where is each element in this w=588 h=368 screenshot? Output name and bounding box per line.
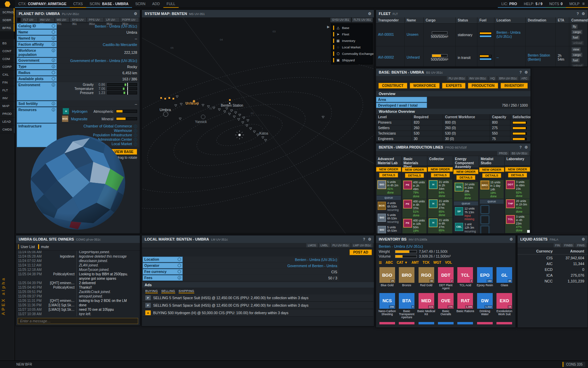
material-tile[interactable]: DDT 2 (438, 267, 454, 283)
post-ad-button[interactable]: POST AD (349, 249, 372, 255)
panel-tab[interactable]: LMP UV-351c (352, 243, 373, 247)
message-user[interactable]: [QHT] eminen… (47, 298, 77, 303)
ship-destination-link[interactable]: Benten Station (Benten) (526, 46, 556, 67)
command-button[interactable]: fly (571, 24, 578, 29)
command-button[interactable]: cargo (571, 52, 583, 57)
material-tile[interactable]: RGO 40 (419, 267, 434, 283)
panel-tab[interactable]: FIN (554, 243, 562, 247)
help-indicator[interactable]: HELP:5 / 9 (520, 0, 546, 8)
new-order-button[interactable]: NEW ORDER (479, 167, 504, 172)
scrollbar-thumb[interactable] (527, 230, 530, 233)
info-icon[interactable]: i (52, 102, 55, 105)
screen-selector[interactable]: SCRN: BASE - UMBRA (86, 0, 132, 8)
sidebar-item[interactable]: FIN (0, 78, 15, 86)
panel-tab[interactable]: LR UV-351c (104, 18, 119, 22)
message-user[interactable]: legosteve (47, 254, 77, 259)
resource-link[interactable]: Magnesite (71, 117, 87, 121)
user-list-button[interactable]: User List (18, 244, 35, 249)
message-user[interactable]: [LMAO] Sgt.Sk… (47, 303, 77, 307)
production-order[interactable]: SOL 24 units in 24m 29s 96% done (454, 182, 478, 201)
fleet-row[interactable]: AVI-00001 Unseen 500t/500m³ stationary B… (376, 24, 588, 46)
info-icon[interactable]: i (52, 49, 55, 52)
full-button[interactable]: FULL (163, 0, 179, 8)
panel-tab[interactable]: INV UV-351c (38, 18, 54, 22)
info-icon[interactable] (52, 24, 55, 28)
production-order[interactable]: queue (377, 196, 401, 200)
production-order[interactable]: queue (480, 199, 504, 204)
panel-tab[interactable]: MS UV-351 (55, 18, 69, 22)
command-button[interactable]: unload (571, 41, 584, 45)
material-tile[interactable]: SCN (419, 322, 434, 324)
message-user[interactable] (47, 294, 77, 298)
sidebar-item[interactable]: FLT (0, 86, 15, 94)
panel-tab[interactable]: PLI UV-351c (331, 243, 350, 247)
production-order[interactable]: queue (454, 201, 478, 206)
base-action-button[interactable]: EXPERTS (442, 83, 466, 89)
license-indicator[interactable]: LIC:PRO (498, 0, 520, 8)
material-tile[interactable]: OVE 274 (438, 293, 454, 309)
sidebar-item[interactable]: INV (0, 94, 15, 102)
production-order[interactable]: CBL 1 unit 12h 3m recurring (454, 222, 478, 233)
gear-icon[interactable]: ⚙ (368, 237, 371, 241)
sidebar-item[interactable]: CORP (0, 63, 15, 71)
production-order[interactable]: SIO 5 units 6h 53m recurring (377, 213, 401, 225)
details-button[interactable]: DETAILS (379, 173, 398, 178)
sidebar-item[interactable]: COM (0, 55, 15, 63)
panel-tab[interactable]: BS UV-351c (510, 151, 529, 155)
sort-option[interactable]: VOL (445, 261, 452, 264)
gear-icon[interactable]: ⚙ (524, 145, 528, 149)
molp-menu[interactable]: MOLP≡ (566, 0, 588, 8)
info-icon[interactable]: i (134, 129, 137, 133)
sort-option[interactable]: TCK (423, 261, 430, 264)
ship-location-link[interactable]: -- (494, 46, 526, 67)
ctxs-button[interactable]: CTXS (70, 0, 86, 8)
command-button[interactable]: fuel (571, 58, 580, 63)
material-tile[interactable]: GL 88 (496, 267, 512, 283)
info-icon[interactable] (52, 30, 55, 34)
base-action-button[interactable]: WORKFORCE (410, 83, 440, 89)
production-order[interactable]: SIO 5 units 6h 53m recurring (377, 225, 401, 233)
ship-name-link[interactable]: Unseen (405, 24, 424, 46)
ship-transponder-link[interactable]: AVI-00001 (376, 24, 405, 46)
panel-tab[interactable]: HQ (489, 76, 496, 80)
info-icon[interactable]: i (52, 36, 55, 40)
panel-tab[interactable]: LMBL (319, 243, 330, 247)
panel-tab[interactable]: FINIS (575, 243, 586, 247)
sidebar-item[interactable]: SDBR (0, 16, 15, 24)
info-icon[interactable]: i (52, 83, 55, 87)
chat-message-list[interactable]: 11/24 05:06 AM CorgisPlayas joined. 11/2… (16, 251, 140, 316)
panel-tab[interactable]: FLT UV-351c (21, 18, 37, 22)
ad-filter-toggle[interactable]: SELLING (161, 289, 175, 293)
planet-globe[interactable] (19, 133, 136, 232)
material-tile[interactable]: RAT 1,395 (457, 293, 473, 309)
chat-input[interactable] (18, 318, 138, 324)
gear-icon[interactable]: ⚙ (582, 12, 585, 16)
message-user[interactable] (47, 267, 77, 272)
production-order[interactable]: PE 400 units in 6h 37m 51% done (403, 199, 427, 218)
help-icon[interactable]: ? (363, 237, 365, 241)
help-icon[interactable]: ? (519, 145, 522, 149)
panel-tab[interactable]: PPS UV-351c (87, 18, 103, 22)
gear-icon[interactable]: ⚙ (134, 12, 137, 16)
material-tile[interactable]: DW 1,310 (477, 293, 493, 309)
message-user[interactable]: PoliticalyKrect (47, 285, 77, 290)
material-tile[interactable]: PT (457, 322, 473, 324)
sort-option[interactable]: ABC (386, 261, 393, 264)
panel-tab[interactable]: BRA UV-351c (497, 76, 519, 80)
production-order[interactable]: PE 400 units in 10h 50m 19% done (403, 218, 427, 233)
details-button[interactable]: DETAILS (482, 173, 501, 178)
production-order[interactable]: SP 12 units 7h 13m input missing (454, 206, 478, 221)
new-order-button[interactable]: NEW ORDER (428, 167, 453, 172)
production-order[interactable] (480, 225, 504, 233)
material-tile[interactable]: FIM (379, 322, 395, 324)
production-order[interactable]: H 21 units in 6h 27m 85% done (428, 218, 452, 233)
production-order[interactable]: H 21 units in 6h 27m 85% done (428, 199, 452, 217)
material-tile[interactable]: NCS 296 (379, 293, 395, 309)
ad-filter-toggle[interactable]: SHIPPING (179, 289, 194, 293)
system-map-canvas[interactable]: SYSI UV-351FLTS UV-351 (142, 17, 374, 233)
mute-button[interactable]: mute (38, 244, 49, 249)
info-icon[interactable] (178, 270, 181, 273)
market-ad-row[interactable]: P SELLING 5 Smart Space Suit (HSS) @ 12,… (143, 294, 373, 302)
base-action-button[interactable]: BUILDINGS (376, 83, 376, 89)
help-icon[interactable]: ? (576, 12, 579, 16)
